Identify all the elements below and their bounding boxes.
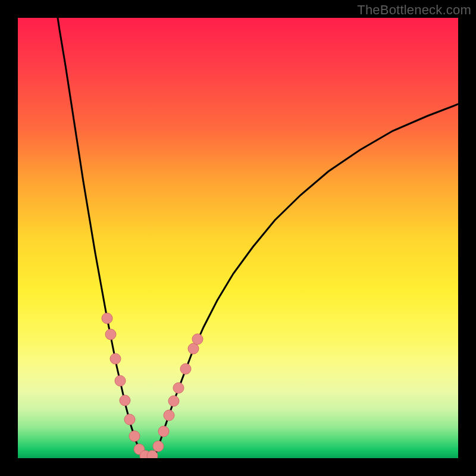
data-marker bbox=[129, 431, 140, 441]
data-marker bbox=[173, 383, 184, 393]
data-marker bbox=[192, 334, 203, 345]
data-marker bbox=[115, 375, 126, 386]
left-curve bbox=[56, 18, 143, 456]
data-marker bbox=[168, 396, 179, 406]
plot-area bbox=[18, 18, 458, 458]
right-curve bbox=[155, 104, 458, 456]
data-marker bbox=[188, 343, 199, 354]
data-marker bbox=[158, 426, 169, 437]
data-marker bbox=[180, 364, 191, 374]
data-marker bbox=[105, 329, 116, 340]
data-marker bbox=[124, 414, 135, 425]
chart-frame: TheBottleneck.com bbox=[0, 0, 476, 476]
curve-layer bbox=[18, 18, 458, 458]
marker-group bbox=[102, 313, 203, 458]
data-marker bbox=[110, 353, 121, 364]
data-marker bbox=[153, 441, 164, 452]
data-marker bbox=[147, 450, 158, 458]
data-marker bbox=[120, 395, 130, 406]
data-marker bbox=[164, 410, 174, 421]
watermark-text: TheBottleneck.com bbox=[357, 2, 471, 18]
data-marker bbox=[102, 313, 112, 324]
